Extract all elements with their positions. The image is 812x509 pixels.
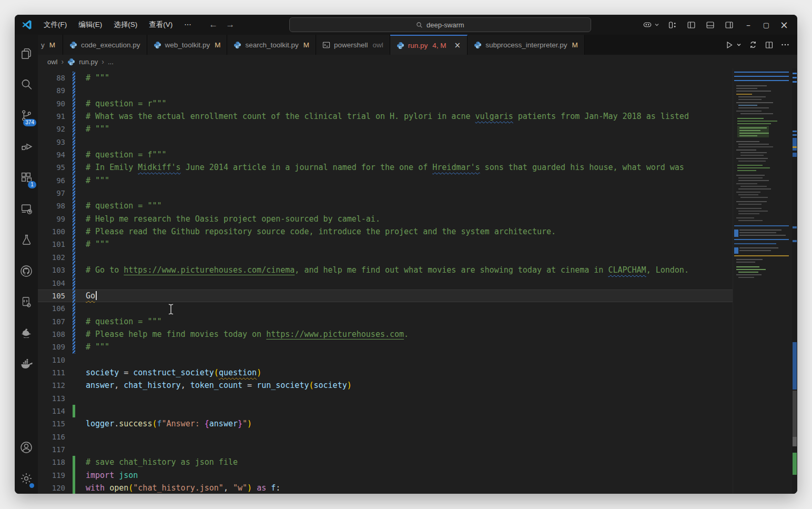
search-icon[interactable] [15,69,38,100]
minimap[interactable] [733,68,792,494]
tab-problems-modified-badge: 4, M [432,42,446,49]
code-line-93[interactable]: 93 [38,136,733,148]
code-line-114[interactable]: 114 [38,405,733,417]
code-line-100[interactable]: 100# Please read the Github repository s… [38,225,733,238]
code-line-112[interactable]: 112answer, chat_history, token_count = r… [38,379,733,392]
extensions-badge: 1 [28,181,36,188]
code-line-96[interactable]: 96# """ [38,174,733,187]
search-icon [416,22,423,28]
line-number: 93 [38,136,73,148]
tab-web_toolkit.py[interactable]: web_toolkit.pyM [147,35,228,55]
git-mod-indicator [73,302,75,315]
breadcrumb-item-2[interactable]: ... [108,58,114,66]
more-actions-icon[interactable] [780,40,790,49]
maximize-button[interactable]: ▢ [757,17,775,33]
tab-close-icon[interactable]: × [454,41,461,50]
code-line-88[interactable]: 88# """ [38,72,733,84]
overview-ruler[interactable] [792,68,797,494]
explorer-icon[interactable] [15,38,38,69]
code-line-117[interactable]: 117 [38,443,733,456]
line-text: # question = """ [86,199,162,212]
line-text: # """ [86,72,109,84]
code-line-104[interactable]: 104 [38,277,733,290]
code-line-102[interactable]: 102 [38,251,733,264]
menu-item-3[interactable]: 查看(V) [144,18,177,32]
menu-item-0[interactable]: 文件(F) [39,18,72,32]
git-gutter [73,417,75,430]
toggle-secondary-sidebar-icon[interactable] [722,18,736,32]
close-button[interactable]: × [775,17,793,33]
tab-powershell[interactable]: powershellowl [316,35,390,55]
ai-lamp-icon[interactable] [15,317,38,348]
code-line-110[interactable]: 110 [38,354,733,366]
run-button-icon[interactable] [725,41,734,49]
github-icon[interactable] [15,255,38,286]
toggle-primary-sidebar-icon[interactable] [684,18,698,32]
breadcrumb-separator-icon: › [62,57,64,66]
split-editor-icon[interactable] [765,41,774,49]
tab-subprocess_interpreter.py[interactable]: subprocess_interpreter.pyM [468,35,585,55]
code-line-91[interactable]: 91# What was the actual enrollment count… [38,110,733,123]
accounts-icon[interactable] [15,432,38,463]
menu-item-4[interactable]: ⋯ [179,18,196,32]
code-line-99[interactable]: 99# Help me research the Oasis project o… [38,213,733,225]
code-line-108[interactable]: 108# Please help me find movies today on… [38,328,733,341]
back-arrow-icon[interactable]: ← [208,19,219,30]
testing-icon[interactable] [15,224,38,255]
tab-y[interactable]: yM [38,35,63,55]
breadcrumb-separator-icon: › [102,57,104,66]
code-line-118[interactable]: 118# save chat_history as json file [38,456,733,468]
breadcrumb-item-0[interactable]: owl [47,58,58,66]
docker-icon[interactable] [15,348,38,380]
code-line-106[interactable]: 106 [38,302,733,315]
tab-search_toolkit.py[interactable]: search_toolkit.pyM [227,35,316,55]
code-line-94[interactable]: 94# question = f""" [38,148,733,161]
code-line-101[interactable]: 101# """ [38,238,733,251]
code-line-98[interactable]: 98# question = """ [38,199,733,212]
tab-code_execution.py[interactable]: code_execution.py [63,35,147,55]
customize-layout-icon[interactable] [665,18,679,32]
code-editor[interactable]: 88# """8990# question = r"""91# What was… [38,68,797,494]
code-line-95[interactable]: 95# In Emily Midkiff's June 2014 article… [38,161,733,174]
source-control-icon[interactable]: 374 [15,100,38,131]
breadcrumb-item-1[interactable]: run.py [79,58,98,66]
settings-icon[interactable] [15,463,38,494]
git-gutter [73,354,75,366]
line-text: answer, chat_history, token_count = run_… [86,379,352,392]
copilot-menu[interactable] [642,19,659,30]
run-dropdown-icon[interactable] [736,42,742,47]
forward-arrow-icon[interactable]: → [225,19,236,30]
code-line-116[interactable]: 116 [38,431,733,443]
code-runner-icon[interactable] [15,286,38,317]
code-line-92[interactable]: 92# """ [38,123,733,135]
python-file-icon [67,58,75,66]
tab-run.py[interactable]: run.py4, M× [390,35,468,55]
command-center-search[interactable]: deep-swarm [289,17,591,32]
code-line-113[interactable]: 113 [38,392,733,405]
extensions-icon[interactable]: 1 [15,162,38,193]
run-debug-icon[interactable] [15,131,38,162]
git-mod-indicator [73,123,75,135]
activity-bar: 3741 [15,35,38,494]
git-mod-indicator [73,251,75,264]
code-line-105[interactable]: 105Go [38,290,733,302]
remote-explorer-icon[interactable] [15,193,38,224]
open-changes-icon[interactable] [748,40,758,49]
git-mod-indicator [73,110,75,123]
line-text: with open("chat_history.json", "w") as f… [86,482,280,494]
code-line-89[interactable]: 89 [38,84,733,97]
minimize-button[interactable]: – [739,17,757,33]
toggle-panel-icon[interactable] [703,18,717,32]
code-line-109[interactable]: 109# """ [38,341,733,353]
code-line-120[interactable]: 120with open("chat_history.json", "w") a… [38,482,733,494]
code-line-119[interactable]: 119import json [38,469,733,482]
code-line-97[interactable]: 97 [38,187,733,199]
code-line-111[interactable]: 111society = construct_society(question) [38,366,733,379]
menu-item-2[interactable]: 选择(S) [109,18,142,32]
code-line-115[interactable]: 115logger.success(f"Answer: {answer}") [38,417,733,430]
git-gutter [73,379,75,392]
code-line-90[interactable]: 90# question = r""" [38,97,733,110]
code-line-103[interactable]: 103# Go to https://www.picturehouses.com… [38,264,733,276]
menu-item-1[interactable]: 编辑(E) [74,18,107,32]
code-line-107[interactable]: 107# question = """ [38,315,733,328]
